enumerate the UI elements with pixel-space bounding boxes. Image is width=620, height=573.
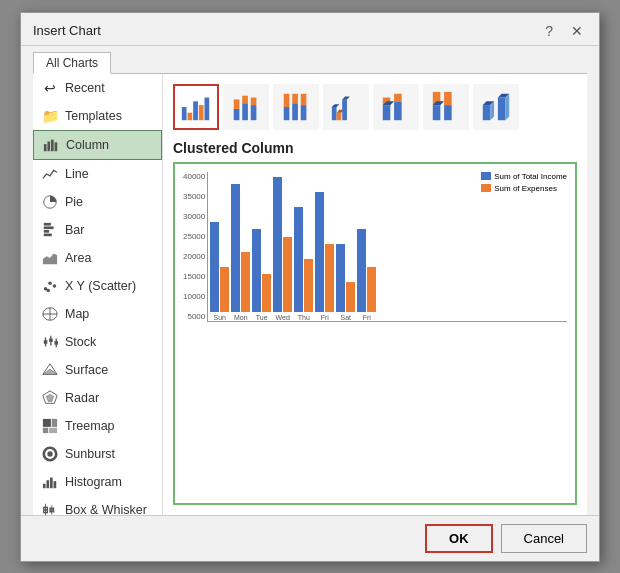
x-axis-label: Thu	[298, 314, 310, 321]
svg-rect-28	[52, 418, 57, 426]
help-button[interactable]: ?	[541, 21, 557, 41]
sidebar-item-radar[interactable]: Radar	[33, 384, 162, 412]
svg-marker-9	[43, 253, 57, 264]
svg-rect-56	[199, 105, 204, 120]
bar-group: Wed	[273, 177, 292, 321]
svg-rect-79	[394, 101, 402, 120]
title-bar: Insert Chart ? ✕	[21, 13, 599, 46]
sidebar-item-templates[interactable]: 📁Templates	[33, 102, 162, 130]
treemap-icon	[41, 417, 59, 435]
svg-rect-80	[394, 93, 402, 101]
bar-expense	[367, 267, 376, 312]
bar-expense	[283, 237, 292, 312]
svg-rect-20	[49, 338, 53, 342]
svg-rect-6	[44, 226, 54, 229]
y-axis-label: 10000	[183, 292, 205, 301]
svg-point-12	[53, 284, 57, 288]
svg-rect-65	[284, 93, 290, 106]
svg-point-11	[48, 281, 52, 285]
bar-group: Sat	[336, 244, 355, 321]
y-axis-label: 35000	[183, 192, 205, 201]
chart-type-stacked-col[interactable]	[223, 84, 269, 130]
svg-marker-75	[342, 96, 350, 99]
sidebar-item-line[interactable]: Line	[33, 160, 162, 188]
bar-expense	[220, 267, 229, 312]
sidebar-item-surface[interactable]: Surface	[33, 356, 162, 384]
svg-rect-63	[251, 97, 257, 105]
sunburst-icon	[41, 445, 59, 463]
svg-rect-57	[205, 97, 210, 120]
svg-rect-5	[44, 222, 51, 225]
sidebar-item-column[interactable]: Column	[33, 130, 162, 160]
chart-type-3d-stacked-col[interactable]	[373, 84, 419, 130]
sidebar-item-area[interactable]: Area	[33, 244, 162, 272]
legend-label: Sum of Expenses	[494, 184, 557, 193]
sidebar-item-treemap[interactable]: Treemap	[33, 412, 162, 440]
chart-type-3d-100pct-stacked-col[interactable]	[423, 84, 469, 130]
dialog-footer: OK Cancel	[21, 515, 599, 561]
svg-marker-91	[505, 93, 509, 119]
tab-bar: All Charts	[21, 46, 599, 73]
svg-rect-69	[301, 93, 307, 104]
svg-rect-33	[43, 483, 46, 487]
surface-icon	[41, 361, 59, 379]
sidebar-item-recent[interactable]: ↩Recent	[33, 74, 162, 102]
svg-rect-76	[383, 105, 391, 120]
sidebar-label-surface: Surface	[65, 363, 108, 377]
sidebar-label-bar: Bar	[65, 223, 84, 237]
chart-legend: Sum of Total IncomeSum of Expenses	[481, 172, 567, 193]
svg-rect-81	[433, 105, 441, 120]
chart-bars-area: SunMonTueWedThuFriSatFri	[207, 172, 567, 322]
tab-all-charts[interactable]: All Charts	[33, 52, 111, 74]
sidebar-item-histogram[interactable]: Histogram	[33, 468, 162, 496]
sidebar-label-histogram: Histogram	[65, 475, 122, 489]
svg-rect-7	[44, 230, 49, 233]
bar-expense	[346, 282, 355, 312]
chart-types-row	[173, 84, 577, 130]
sidebar-item-pie[interactable]: Pie	[33, 188, 162, 216]
sidebar-item-map[interactable]: Map	[33, 300, 162, 328]
chart-type-clustered-col[interactable]	[173, 84, 219, 130]
svg-rect-72	[337, 112, 342, 120]
chart-type-3d-clustered-col[interactable]	[323, 84, 369, 130]
main-panel: Clustered Column 40000350003000025000200…	[163, 74, 587, 515]
svg-marker-26	[46, 394, 53, 401]
cancel-button[interactable]: Cancel	[501, 524, 587, 553]
legend-color-swatch	[481, 184, 491, 192]
sidebar-label-templates: Templates	[65, 109, 122, 123]
bar-income	[336, 244, 345, 312]
y-axis-label: 30000	[183, 212, 205, 221]
bar-income	[252, 229, 261, 312]
svg-rect-70	[332, 107, 337, 120]
bar-group: Mon	[231, 184, 250, 321]
legend-item: Sum of Total Income	[481, 172, 567, 181]
svg-rect-61	[242, 95, 248, 103]
chart-type-100pct-stacked-col[interactable]	[273, 84, 319, 130]
ok-button[interactable]: OK	[425, 524, 493, 553]
title-bar-controls: ? ✕	[541, 21, 587, 41]
sidebar-item-stock[interactable]: Stock	[33, 328, 162, 356]
svg-rect-89	[498, 97, 506, 120]
y-axis-labels: 400003500030000250002000015000100005000	[183, 172, 205, 322]
bar-income	[210, 222, 219, 312]
scatter-icon	[41, 277, 59, 295]
svg-rect-34	[46, 480, 49, 488]
svg-rect-1	[47, 141, 50, 151]
column-icon	[42, 136, 60, 154]
chart-type-3d-col[interactable]	[473, 84, 519, 130]
svg-rect-30	[49, 427, 57, 432]
sidebar-item-boxwhisker[interactable]: Box & Whisker	[33, 496, 162, 515]
sidebar-item-scatter[interactable]: X Y (Scatter)	[33, 272, 162, 300]
sidebar-label-area: Area	[65, 251, 91, 265]
bar-expense	[325, 244, 334, 312]
svg-point-13	[46, 288, 50, 292]
bar-income	[231, 184, 240, 312]
recent-icon: ↩	[41, 79, 59, 97]
close-button[interactable]: ✕	[567, 21, 587, 41]
sidebar-item-sunburst[interactable]: Sunburst	[33, 440, 162, 468]
bar-income	[273, 177, 282, 312]
svg-rect-55	[193, 101, 198, 120]
svg-rect-22	[54, 341, 58, 345]
sidebar-item-bar[interactable]: Bar	[33, 216, 162, 244]
y-axis-label: 40000	[183, 172, 205, 181]
